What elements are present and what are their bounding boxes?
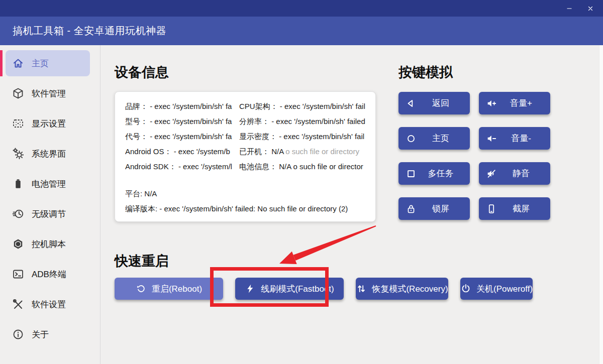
key-button-icon <box>486 98 497 109</box>
sidebar-item-about[interactable]: 关于 <box>6 321 90 347</box>
key-button-mute[interactable]: 静音 <box>479 162 550 185</box>
device-info-heading: 设备信息 <box>115 63 169 81</box>
app-window: 搞机工具箱 - 全安卓通用玩机神器 主页 软件管理 显示设置 系统界面 电池管理… <box>0 0 603 364</box>
device-info-rows: 品牌： - exec '/system/bin/sh' fa CPU架构： - … <box>125 99 375 174</box>
sidebar-item-icon <box>12 208 24 220</box>
reboot-button-fastboot[interactable]: 线刷模式(Fastboot) <box>235 278 344 300</box>
sidebar-item-icon <box>12 268 24 280</box>
quick-reboot-row: 重启(Reboot) 线刷模式(Fastboot) 恢复模式(Recovery)… <box>115 278 533 300</box>
reboot-button-label: 恢复模式(Recovery) <box>372 283 448 295</box>
sidebar-item-label: 软件管理 <box>32 88 66 99</box>
key-button-label: 锁屏 <box>417 203 470 214</box>
sidebar-item-label: ADB终端 <box>32 269 66 280</box>
device-info-right: 分辨率： - exec '/system/bin/sh' failed <box>239 114 375 129</box>
sidebar-item-label: 系统界面 <box>32 148 66 160</box>
device-info-box: 品牌： - exec '/system/bin/sh' fa CPU架构： - … <box>115 91 376 222</box>
window-control-close[interactable] <box>582 2 599 15</box>
app-header: 搞机工具箱 - 全安卓通用玩机神器 <box>0 17 603 45</box>
device-info-right: 电池信息： N/A o such file or director <box>239 159 375 174</box>
key-button-back[interactable]: 返回 <box>398 92 470 114</box>
window-control-icon <box>566 5 573 12</box>
key-button-label: 静音 <box>497 168 550 179</box>
titlebar <box>0 0 603 17</box>
sidebar-item-app-management[interactable]: 软件管理 <box>6 80 90 106</box>
sidebar-item-home[interactable]: 主页 <box>6 50 90 76</box>
sidebar-item-system-ui[interactable]: 系统界面 <box>6 141 90 167</box>
sidebar-item-control-script[interactable]: 控机脚本 <box>6 231 90 257</box>
key-button-label: 返回 <box>417 97 470 109</box>
reboot-button-reboot[interactable]: 重启(Reboot) <box>115 278 223 300</box>
window-control-minimize[interactable] <box>561 2 578 15</box>
key-button-label: 音量- <box>497 133 550 144</box>
window-control-icon <box>587 5 594 12</box>
sidebar-item-display-settings[interactable]: 显示设置 <box>6 110 90 137</box>
sidebar-item-label: 电池管理 <box>32 178 66 190</box>
main-content: 设备信息 品牌： - exec '/system/bin/sh' fa CPU架… <box>100 45 603 364</box>
sidebar-item-software-settings[interactable]: 软件设置 <box>6 291 90 317</box>
sidebar: 主页 软件管理 显示设置 系统界面 电池管理 无级调节 控机脚本 <box>0 45 100 364</box>
device-info-right: 显示密度： - exec '/system/bin/sh' fail <box>239 129 375 144</box>
app-title: 搞机工具箱 - 全安卓通用玩机神器 <box>13 24 166 38</box>
key-button-icon <box>406 98 417 109</box>
sidebar-item-label: 无级调节 <box>32 208 66 220</box>
device-info-left: 品牌： - exec '/system/bin/sh' fa <box>125 99 239 114</box>
device-info-faded: o such file or directory <box>285 147 359 156</box>
sidebar-item-icon <box>12 117 24 130</box>
key-button-icon <box>406 133 417 144</box>
platform-line: 平台: N/A <box>125 186 375 201</box>
device-info-row: 型号： - exec '/system/bin/sh' fa 分辨率： - ex… <box>125 114 375 129</box>
reboot-button-poweroff[interactable]: 关机(Poweroff) <box>460 278 533 300</box>
device-info-left: 型号： - exec '/system/bin/sh' fa <box>125 114 239 129</box>
reboot-button-icon <box>245 283 256 294</box>
device-info-row: 品牌： - exec '/system/bin/sh' fa CPU架构： - … <box>125 99 375 114</box>
key-button-volume-down[interactable]: 音量- <box>479 127 550 150</box>
annotation-arrow <box>271 222 379 270</box>
sidebar-item-label: 关于 <box>32 329 49 340</box>
device-info-row: Android SDK： - exec '/system/l 电池信息： N/A… <box>125 159 375 174</box>
key-button-icon <box>486 133 497 144</box>
sidebar-item-icon <box>12 148 24 160</box>
reboot-button-icon <box>460 283 471 294</box>
key-simulation-grid: 返回 音量+ 主页 音量- 多任务 静音 <box>398 92 550 220</box>
device-info-left: Android SDK： - exec '/system/l <box>125 159 239 174</box>
reboot-button-icon <box>356 283 367 294</box>
sidebar-item-battery-management[interactable]: 电池管理 <box>6 171 90 197</box>
key-button-volume-up[interactable]: 音量+ <box>479 92 550 114</box>
key-button-icon <box>406 203 417 214</box>
sidebar-item-label: 显示设置 <box>32 118 66 130</box>
sidebar-item-icon <box>12 238 24 250</box>
sidebar-item-icon <box>12 87 24 99</box>
quick-reboot-heading: 快速重启 <box>115 252 169 270</box>
key-button-icon <box>486 168 497 179</box>
key-button-lock-screen[interactable]: 锁屏 <box>398 197 470 220</box>
key-button-label: 主页 <box>417 133 470 144</box>
device-info-row: Android OS： - exec '/system/b 已开机： N/Ao … <box>125 144 375 159</box>
device-info-right: CPU架构： - exec '/system/bin/sh' fail <box>239 99 375 114</box>
reboot-button-recovery[interactable]: 恢复模式(Recovery) <box>356 278 448 300</box>
device-info-left: 代号： - exec '/system/bin/sh' fa <box>125 129 239 144</box>
device-info-row: 代号： - exec '/system/bin/sh' fa 显示密度： - e… <box>125 129 375 144</box>
key-button-multitask[interactable]: 多任务 <box>398 162 470 185</box>
key-button-home-key[interactable]: 主页 <box>398 127 470 150</box>
key-button-icon <box>486 203 497 214</box>
device-info-left: Android OS： - exec '/system/b <box>125 144 239 159</box>
sidebar-item-icon <box>12 178 24 190</box>
build-line: 编译版本: - exec '/system/bin/sh' failed: No… <box>125 201 375 216</box>
sidebar-item-label: 软件设置 <box>32 299 66 310</box>
reboot-button-label: 关机(Poweroff) <box>476 283 533 295</box>
reboot-button-label: 线刷模式(Fastboot) <box>261 283 334 295</box>
sidebar-item-label: 主页 <box>32 58 49 69</box>
key-button-screenshot[interactable]: 截屏 <box>479 197 550 220</box>
device-info-right: 已开机： N/Ao such file or directory <box>239 144 375 159</box>
sidebar-item-stepless-adjust[interactable]: 无级调节 <box>6 201 90 227</box>
sidebar-item-icon <box>12 298 24 310</box>
reboot-button-icon <box>136 283 147 294</box>
sidebar-item-label: 控机脚本 <box>32 238 66 250</box>
sidebar-item-adb-terminal[interactable]: ADB终端 <box>6 261 90 287</box>
sidebar-item-icon <box>12 57 24 69</box>
key-button-icon <box>406 168 417 179</box>
sidebar-item-icon <box>12 328 24 340</box>
reboot-button-label: 重启(Reboot) <box>152 283 202 295</box>
key-button-label: 截屏 <box>497 203 550 214</box>
key-simulation-heading: 按键模拟 <box>398 63 453 81</box>
